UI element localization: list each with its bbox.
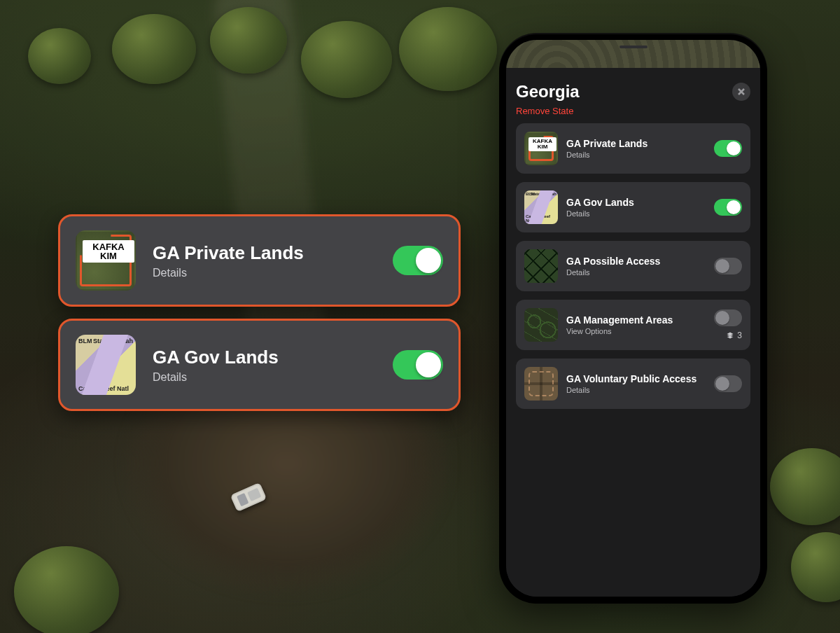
layer-subtitle[interactable]: View Options	[566, 327, 706, 335]
decoration-tree	[28, 28, 91, 84]
thumb-owner-label: KAFKA KIM	[528, 137, 556, 151]
layer-subtitle[interactable]: Details	[153, 267, 304, 279]
decoration-tree	[14, 546, 119, 633]
phone-screen: Georgia Remove State KAFKA KIM GA Privat…	[506, 40, 760, 597]
layer-thumb-vpa	[524, 367, 558, 401]
layer-row-gov[interactable]: BLM State Of Utah Capitol Reef Natl GA G…	[516, 182, 750, 232]
callout-card-private-lands: KAFKA KIM GA Private Lands Details	[58, 214, 461, 307]
layer-title: GA Management Areas	[566, 314, 706, 326]
sublayer-count-badge: 3	[726, 331, 742, 340]
thumb-label: State Of Utah	[93, 338, 133, 345]
thumb-label: State Of Utah	[530, 192, 556, 196]
layer-row-private[interactable]: KAFKA KIM GA Private Lands Details	[516, 123, 750, 174]
layer-title: GA Private Lands	[566, 138, 706, 150]
layer-title: GA Gov Lands	[566, 197, 706, 209]
layer-toggle[interactable]	[714, 309, 742, 326]
layer-title: GA Private Lands	[153, 242, 304, 264]
layer-toggle[interactable]	[714, 140, 742, 157]
layer-row-possible-access[interactable]: GA Possible Access Details	[516, 241, 750, 291]
decoration-tree	[210, 7, 287, 74]
decoration-tree	[301, 21, 392, 98]
notch-indicator	[620, 46, 648, 48]
layer-row-management-areas[interactable]: GA Management Areas View Options 3	[516, 300, 750, 350]
layer-thumb-private: KAFKA KIM	[76, 230, 136, 291]
thumb-label: Capitol Reef Natl	[78, 385, 129, 392]
layer-toggle-private[interactable]	[393, 246, 443, 275]
map-peek	[506, 40, 760, 68]
phone-frame: Georgia Remove State KAFKA KIM GA Privat…	[499, 33, 767, 604]
layer-subtitle[interactable]: Details	[566, 209, 706, 218]
layer-toggle[interactable]	[714, 258, 742, 274]
callout-text: GA Gov Lands Details	[153, 347, 279, 384]
layer-subtitle[interactable]: Details	[566, 386, 706, 394]
sublayer-count: 3	[737, 331, 742, 340]
layer-title: GA Gov Lands	[153, 347, 279, 368]
thumb-label: Capitol Reef Natl	[526, 214, 558, 223]
thumb-owner-label: KAFKA KIM	[83, 240, 134, 263]
layer-thumb-gov: BLM State Of Utah Capitol Reef Natl	[524, 190, 558, 224]
close-button[interactable]	[732, 83, 750, 101]
decoration-tree	[112, 14, 196, 84]
layer-thumb-mgmt	[524, 308, 558, 342]
layer-toggle[interactable]	[714, 375, 742, 392]
layer-subtitle[interactable]: Details	[566, 151, 706, 159]
remove-state-link[interactable]: Remove State	[516, 106, 750, 116]
layer-toggle-gov[interactable]	[393, 350, 443, 380]
decoration-tree	[399, 7, 497, 91]
layer-subtitle[interactable]: Details	[153, 371, 279, 384]
callout-text: GA Private Lands Details	[153, 242, 304, 279]
close-icon	[737, 88, 746, 96]
layer-thumb-gov: BLM State Of Utah Capitol Reef Natl	[76, 335, 136, 395]
layer-thumb-possible	[524, 249, 558, 283]
thumb-label: BLM	[78, 338, 92, 345]
layers-sheet: Georgia Remove State KAFKA KIM GA Privat…	[506, 68, 760, 597]
layers-icon	[726, 331, 734, 340]
page-title: Georgia	[516, 82, 580, 102]
callout-card-gov-lands: BLM State Of Utah Capitol Reef Natl GA G…	[58, 319, 461, 411]
layer-title: GA Voluntary Public Access	[566, 373, 706, 385]
layer-subtitle[interactable]: Details	[566, 268, 706, 277]
layer-toggle[interactable]	[714, 199, 742, 216]
layer-row-voluntary-public-access[interactable]: GA Voluntary Public Access Details	[516, 359, 750, 409]
layer-title: GA Possible Access	[566, 256, 706, 267]
layer-thumb-private: KAFKA KIM	[524, 132, 558, 165]
